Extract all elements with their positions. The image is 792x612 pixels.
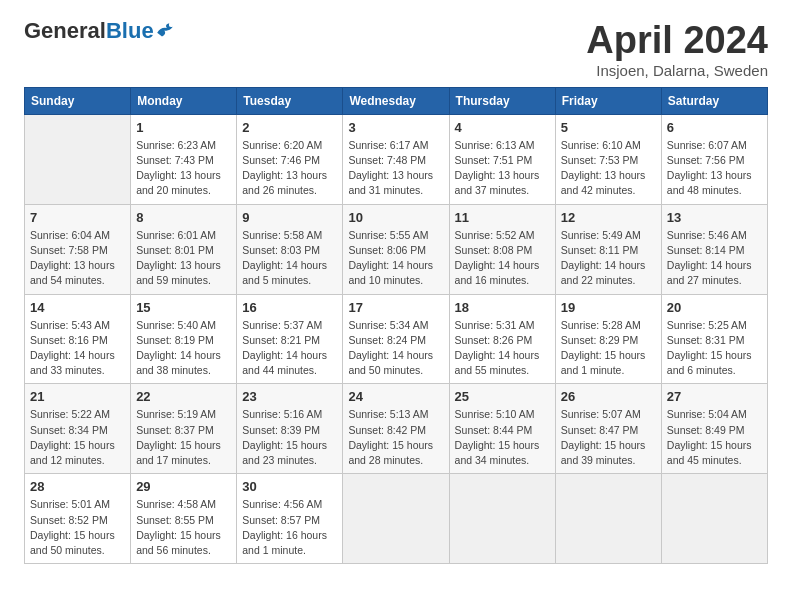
day-info: Sunrise: 5:28 AMSunset: 8:29 PMDaylight:… — [561, 318, 656, 379]
calendar-week-5: 28Sunrise: 5:01 AMSunset: 8:52 PMDayligh… — [25, 474, 768, 564]
calendar-cell: 1Sunrise: 6:23 AMSunset: 7:43 PMDaylight… — [131, 114, 237, 204]
calendar-cell: 13Sunrise: 5:46 AMSunset: 8:14 PMDayligh… — [661, 204, 767, 294]
day-number: 14 — [30, 300, 125, 315]
calendar-cell: 8Sunrise: 6:01 AMSunset: 8:01 PMDaylight… — [131, 204, 237, 294]
calendar-cell: 4Sunrise: 6:13 AMSunset: 7:51 PMDaylight… — [449, 114, 555, 204]
day-number: 12 — [561, 210, 656, 225]
day-info: Sunrise: 5:25 AMSunset: 8:31 PMDaylight:… — [667, 318, 762, 379]
calendar-week-1: 1Sunrise: 6:23 AMSunset: 7:43 PMDaylight… — [25, 114, 768, 204]
day-info: Sunrise: 6:04 AMSunset: 7:58 PMDaylight:… — [30, 228, 125, 289]
calendar-week-4: 21Sunrise: 5:22 AMSunset: 8:34 PMDayligh… — [25, 384, 768, 474]
day-info: Sunrise: 5:19 AMSunset: 8:37 PMDaylight:… — [136, 407, 231, 468]
day-info: Sunrise: 5:10 AMSunset: 8:44 PMDaylight:… — [455, 407, 550, 468]
day-number: 3 — [348, 120, 443, 135]
calendar-cell: 18Sunrise: 5:31 AMSunset: 8:26 PMDayligh… — [449, 294, 555, 384]
day-number: 16 — [242, 300, 337, 315]
calendar-cell: 16Sunrise: 5:37 AMSunset: 8:21 PMDayligh… — [237, 294, 343, 384]
calendar-cell: 11Sunrise: 5:52 AMSunset: 8:08 PMDayligh… — [449, 204, 555, 294]
day-info: Sunrise: 5:40 AMSunset: 8:19 PMDaylight:… — [136, 318, 231, 379]
month-title: April 2024 — [586, 20, 768, 62]
day-number: 13 — [667, 210, 762, 225]
calendar-cell: 29Sunrise: 4:58 AMSunset: 8:55 PMDayligh… — [131, 474, 237, 564]
calendar-cell: 30Sunrise: 4:56 AMSunset: 8:57 PMDayligh… — [237, 474, 343, 564]
weekday-header-monday: Monday — [131, 87, 237, 114]
day-info: Sunrise: 5:43 AMSunset: 8:16 PMDaylight:… — [30, 318, 125, 379]
calendar-cell: 14Sunrise: 5:43 AMSunset: 8:16 PMDayligh… — [25, 294, 131, 384]
day-info: Sunrise: 6:20 AMSunset: 7:46 PMDaylight:… — [242, 138, 337, 199]
day-info: Sunrise: 5:55 AMSunset: 8:06 PMDaylight:… — [348, 228, 443, 289]
calendar-cell: 25Sunrise: 5:10 AMSunset: 8:44 PMDayligh… — [449, 384, 555, 474]
day-info: Sunrise: 6:17 AMSunset: 7:48 PMDaylight:… — [348, 138, 443, 199]
calendar-week-2: 7Sunrise: 6:04 AMSunset: 7:58 PMDaylight… — [25, 204, 768, 294]
calendar-cell: 24Sunrise: 5:13 AMSunset: 8:42 PMDayligh… — [343, 384, 449, 474]
calendar-cell: 23Sunrise: 5:16 AMSunset: 8:39 PMDayligh… — [237, 384, 343, 474]
title-block: April 2024 Insjoen, Dalarna, Sweden — [586, 20, 768, 79]
day-number: 10 — [348, 210, 443, 225]
day-info: Sunrise: 6:13 AMSunset: 7:51 PMDaylight:… — [455, 138, 550, 199]
day-number: 7 — [30, 210, 125, 225]
calendar-cell: 9Sunrise: 5:58 AMSunset: 8:03 PMDaylight… — [237, 204, 343, 294]
calendar-cell: 15Sunrise: 5:40 AMSunset: 8:19 PMDayligh… — [131, 294, 237, 384]
day-info: Sunrise: 5:46 AMSunset: 8:14 PMDaylight:… — [667, 228, 762, 289]
calendar-cell — [449, 474, 555, 564]
calendar-cell: 10Sunrise: 5:55 AMSunset: 8:06 PMDayligh… — [343, 204, 449, 294]
calendar-cell: 28Sunrise: 5:01 AMSunset: 8:52 PMDayligh… — [25, 474, 131, 564]
day-info: Sunrise: 5:07 AMSunset: 8:47 PMDaylight:… — [561, 407, 656, 468]
day-info: Sunrise: 5:37 AMSunset: 8:21 PMDaylight:… — [242, 318, 337, 379]
calendar-cell: 27Sunrise: 5:04 AMSunset: 8:49 PMDayligh… — [661, 384, 767, 474]
day-info: Sunrise: 5:58 AMSunset: 8:03 PMDaylight:… — [242, 228, 337, 289]
logo: General Blue — [24, 20, 174, 42]
calendar-cell: 26Sunrise: 5:07 AMSunset: 8:47 PMDayligh… — [555, 384, 661, 474]
weekday-header-row: SundayMondayTuesdayWednesdayThursdayFrid… — [25, 87, 768, 114]
calendar-cell: 6Sunrise: 6:07 AMSunset: 7:56 PMDaylight… — [661, 114, 767, 204]
logo-bird-icon — [156, 22, 174, 40]
day-info: Sunrise: 5:04 AMSunset: 8:49 PMDaylight:… — [667, 407, 762, 468]
location-text: Insjoen, Dalarna, Sweden — [586, 62, 768, 79]
calendar-cell: 2Sunrise: 6:20 AMSunset: 7:46 PMDaylight… — [237, 114, 343, 204]
day-number: 18 — [455, 300, 550, 315]
weekday-header-friday: Friday — [555, 87, 661, 114]
weekday-header-saturday: Saturday — [661, 87, 767, 114]
calendar-cell: 17Sunrise: 5:34 AMSunset: 8:24 PMDayligh… — [343, 294, 449, 384]
day-info: Sunrise: 6:01 AMSunset: 8:01 PMDaylight:… — [136, 228, 231, 289]
day-number: 6 — [667, 120, 762, 135]
calendar-cell: 3Sunrise: 6:17 AMSunset: 7:48 PMDaylight… — [343, 114, 449, 204]
day-info: Sunrise: 5:49 AMSunset: 8:11 PMDaylight:… — [561, 228, 656, 289]
day-number: 15 — [136, 300, 231, 315]
calendar-week-3: 14Sunrise: 5:43 AMSunset: 8:16 PMDayligh… — [25, 294, 768, 384]
day-number: 23 — [242, 389, 337, 404]
day-number: 22 — [136, 389, 231, 404]
calendar-cell: 5Sunrise: 6:10 AMSunset: 7:53 PMDaylight… — [555, 114, 661, 204]
day-info: Sunrise: 6:10 AMSunset: 7:53 PMDaylight:… — [561, 138, 656, 199]
day-number: 25 — [455, 389, 550, 404]
day-info: Sunrise: 5:31 AMSunset: 8:26 PMDaylight:… — [455, 318, 550, 379]
day-number: 17 — [348, 300, 443, 315]
day-info: Sunrise: 5:13 AMSunset: 8:42 PMDaylight:… — [348, 407, 443, 468]
day-info: Sunrise: 4:58 AMSunset: 8:55 PMDaylight:… — [136, 497, 231, 558]
day-number: 21 — [30, 389, 125, 404]
day-number: 30 — [242, 479, 337, 494]
calendar-cell — [25, 114, 131, 204]
day-info: Sunrise: 5:52 AMSunset: 8:08 PMDaylight:… — [455, 228, 550, 289]
weekday-header-thursday: Thursday — [449, 87, 555, 114]
day-number: 26 — [561, 389, 656, 404]
calendar-cell — [555, 474, 661, 564]
day-number: 9 — [242, 210, 337, 225]
day-number: 29 — [136, 479, 231, 494]
weekday-header-tuesday: Tuesday — [237, 87, 343, 114]
day-number: 8 — [136, 210, 231, 225]
day-info: Sunrise: 5:16 AMSunset: 8:39 PMDaylight:… — [242, 407, 337, 468]
page-header: General Blue April 2024 Insjoen, Dalarna… — [24, 20, 768, 79]
day-number: 20 — [667, 300, 762, 315]
day-number: 1 — [136, 120, 231, 135]
day-number: 5 — [561, 120, 656, 135]
day-number: 2 — [242, 120, 337, 135]
day-number: 27 — [667, 389, 762, 404]
day-info: Sunrise: 6:23 AMSunset: 7:43 PMDaylight:… — [136, 138, 231, 199]
logo-general-text: General — [24, 20, 106, 42]
calendar-cell — [661, 474, 767, 564]
calendar-table: SundayMondayTuesdayWednesdayThursdayFrid… — [24, 87, 768, 564]
calendar-cell — [343, 474, 449, 564]
day-info: Sunrise: 5:01 AMSunset: 8:52 PMDaylight:… — [30, 497, 125, 558]
day-info: Sunrise: 4:56 AMSunset: 8:57 PMDaylight:… — [242, 497, 337, 558]
